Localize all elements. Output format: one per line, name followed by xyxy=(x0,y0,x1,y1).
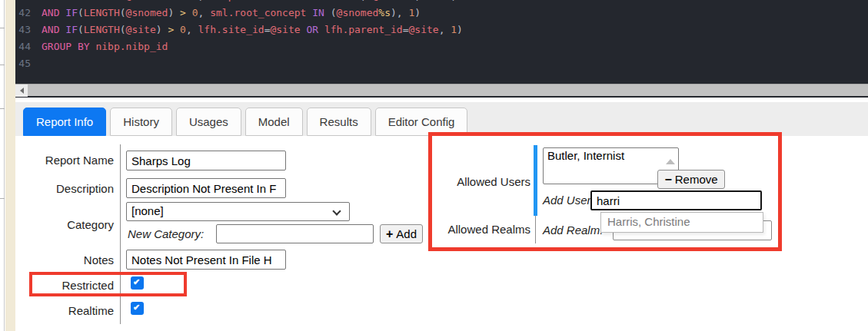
scroll-left-button[interactable] xyxy=(15,84,28,97)
report-name-input[interactable] xyxy=(126,151,286,170)
tab-history[interactable]: History xyxy=(110,108,172,136)
tab-model[interactable]: Model xyxy=(245,108,303,136)
restricted-checkbox[interactable] xyxy=(131,276,144,290)
category-select[interactable]: [none] xyxy=(126,202,350,221)
horizontal-scrollbar[interactable] xyxy=(15,84,868,96)
realtime-checkbox[interactable] xyxy=(131,302,144,315)
rail-divider xyxy=(0,28,5,28)
add-realm-label: Add Realm: xyxy=(543,223,603,237)
code-lines: 41AND IF(LENGTH(@device) > 0, nibp.site … xyxy=(15,0,868,72)
realtime-label: Realtime xyxy=(0,304,114,318)
notes-input[interactable] xyxy=(126,250,286,270)
new-category-label: New Category: xyxy=(128,227,204,241)
report-name-label: Report Name xyxy=(0,154,114,167)
tab-results[interactable]: Results xyxy=(307,108,371,136)
app-screen: 41AND IF(LENGTH(@device) > 0, nibp.site … xyxy=(0,0,868,331)
category-selected-value: [none] xyxy=(131,204,164,217)
user-autocomplete-dropdown: Harris, Christine xyxy=(600,212,763,233)
rail-divider xyxy=(0,65,5,65)
allowed-realms-label: Allowed Realms xyxy=(415,223,530,237)
allowed-users-label: Allowed Users xyxy=(415,175,530,189)
new-category-input[interactable] xyxy=(216,224,374,243)
tab-report-info[interactable]: Report Info xyxy=(23,108,106,136)
category-label: Category xyxy=(0,218,114,232)
chevron-down-icon xyxy=(332,207,341,215)
scroll-left-icon xyxy=(20,88,24,94)
code-view[interactable]: 41AND IF(LENGTH(@device) > 0, nibp.site … xyxy=(15,0,868,84)
allowed-user-item[interactable]: Butler, Internist xyxy=(544,148,678,163)
user-suggestion-item[interactable]: Harris, Christine xyxy=(601,213,763,230)
description-input[interactable] xyxy=(126,178,286,198)
add-user-input[interactable] xyxy=(590,190,762,210)
notes-label: Notes xyxy=(0,253,114,267)
description-label: Description xyxy=(0,182,114,196)
add-category-button-label: Add xyxy=(396,227,417,240)
scroll-up-icon[interactable] xyxy=(666,159,675,164)
form-separator-left xyxy=(120,144,121,324)
tab-editor-config[interactable]: Editor Config xyxy=(375,108,468,136)
restricted-label: Restricted xyxy=(0,279,114,293)
plus-icon: + xyxy=(386,229,393,240)
form-separator-right xyxy=(535,216,536,243)
rail-divider xyxy=(0,108,5,109)
remove-user-button-label: Remove xyxy=(675,173,718,186)
rail-divider xyxy=(0,198,5,199)
remove-user-button[interactable]: − Remove xyxy=(657,170,725,189)
focus-highlight-bar xyxy=(534,145,537,216)
sql-code-editor[interactable]: 41AND IF(LENGTH(@device) > 0, nibp.site … xyxy=(15,0,868,98)
minus-icon: − xyxy=(664,174,671,185)
tab-bar: Report Info History Usages Model Results… xyxy=(15,102,868,136)
add-user-label: Add User: xyxy=(543,194,594,207)
tab-usages[interactable]: Usages xyxy=(176,108,241,136)
